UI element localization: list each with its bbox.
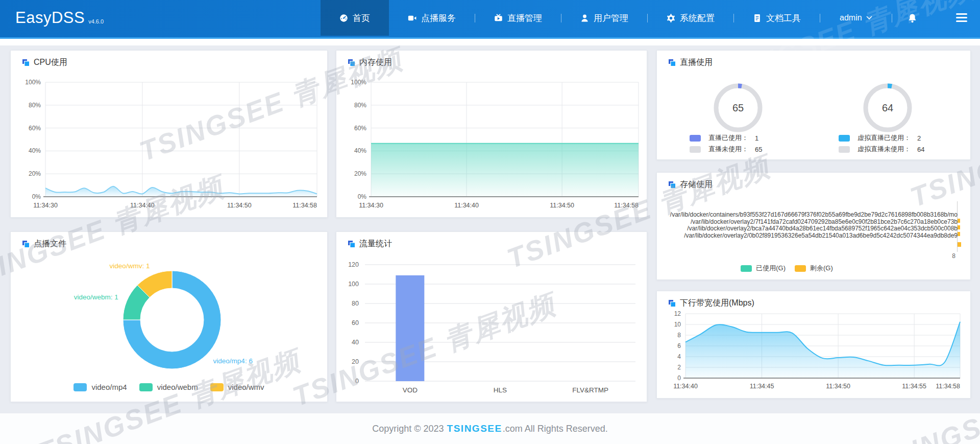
memory-chart-svg: 100%80%60%40%20%0%11:34:3011:34:4011:34:… — [336, 51, 648, 218]
hamburger-bar — [956, 20, 967, 22]
svg-text:100%: 100% — [351, 79, 366, 86]
legend-item[interactable]: 已使用(G) — [741, 264, 786, 273]
svg-text:100%: 100% — [25, 79, 41, 86]
svg-text:11:34:30: 11:34:30 — [359, 202, 383, 209]
svg-text:40%: 40% — [29, 147, 41, 154]
svg-text:video/mp4: 6: video/mp4: 6 — [213, 357, 253, 365]
legend-item: 直播已使用：1 — [690, 132, 762, 144]
storage-bar-stub — [958, 232, 960, 236]
legend-swatch — [690, 135, 701, 142]
panel-icon — [22, 240, 30, 248]
storage-bar-stub — [958, 242, 961, 247]
card-downlink-bandwidth: 下行带宽使用(Mbps) 12108642011:34:4011:34:4511… — [656, 291, 971, 399]
svg-text:80%: 80% — [354, 102, 366, 109]
legend-count: 64 — [917, 146, 924, 153]
legend-item[interactable]: video/mp4 — [74, 383, 127, 391]
storage-path: /var/lib/docker/overlay2/7f141fda72cafd0… — [670, 219, 958, 226]
storage-axis-tick: 8 — [952, 252, 955, 260]
user-dropdown[interactable]: admin — [820, 0, 892, 36]
svg-text:6: 6 — [677, 342, 681, 349]
gear-icon — [667, 14, 675, 22]
legend-label: 直播已使用： — [708, 133, 748, 143]
vod-files-donut-chart: video/mp4: 6video/webm: 1video/wmv: 1 — [11, 232, 327, 402]
legend-count: 65 — [755, 146, 762, 153]
svg-text:40%: 40% — [354, 147, 366, 154]
card-live-usage: 直播使用 6564直播已使用：1直播未使用：65虚拟直播已使用：2虚拟直播未使用… — [656, 50, 971, 160]
storage-bar-stub — [958, 219, 960, 223]
svg-text:20%: 20% — [354, 170, 366, 177]
video-camera-icon — [408, 14, 416, 22]
traffic-bar-chart: 120100806040200VODHLSFLV&RTMP — [336, 232, 647, 402]
nav-item-user-manage[interactable]: 用户管理 — [561, 0, 647, 36]
svg-text:0%: 0% — [32, 193, 41, 200]
hamburger-bar — [956, 13, 967, 15]
legend-item[interactable]: video/wmv — [210, 383, 264, 391]
footer: Copyright © 2023 TSINGSEE .com All Right… — [0, 413, 980, 444]
nav-item-doc-tools[interactable]: 文档工具 — [734, 0, 820, 36]
card-title: 内存使用 — [348, 57, 392, 68]
legend-item[interactable]: 剩余(G) — [795, 264, 833, 273]
legend-label: video/webm — [157, 383, 198, 391]
app-logo[interactable]: EasyDSS — [15, 9, 85, 27]
app-version: v4.6.0 — [88, 18, 104, 25]
nav-item-label: 首页 — [353, 12, 370, 24]
tsingsee-logo: TSINGSEE — [447, 423, 502, 434]
document-icon — [753, 14, 762, 22]
main-menu: 首页 点播服务 直播管理 用户管理 系统配置 — [321, 0, 933, 36]
svg-text:4: 4 — [677, 353, 681, 360]
card-vod-files: 点播文件 video/mp4: 6video/webm: 1video/wmv:… — [10, 231, 328, 402]
storage-bar-stub — [958, 225, 960, 229]
svg-text:8: 8 — [677, 332, 681, 339]
card-title: 直播使用 — [668, 57, 713, 68]
legend-label: 虚拟直播未使用： — [857, 145, 911, 154]
legend-label: 剩余(G) — [810, 264, 833, 273]
storage-path: /var/lib/docker/overlay2/0b02f8919536326… — [670, 232, 958, 240]
svg-text:video/webm: 1: video/webm: 1 — [74, 293, 118, 301]
notifications-button[interactable] — [892, 0, 933, 36]
legend-swatch — [690, 146, 701, 153]
legend-swatch — [210, 383, 224, 391]
legend-label: 已使用(G) — [756, 264, 786, 273]
gauge-legend-column: 直播已使用：1直播未使用：65 — [690, 132, 762, 155]
card-storage-usage: 存储使用 /var/lib/docker/containers/b93f553f… — [656, 172, 971, 280]
card-title: 存储使用 — [668, 179, 713, 190]
legend-label: 虚拟直播已使用： — [857, 133, 911, 143]
user-icon — [580, 14, 589, 22]
nav-item-home[interactable]: 首页 — [321, 0, 389, 36]
live-tv-icon — [494, 14, 503, 22]
svg-text:20: 20 — [352, 358, 359, 365]
svg-text:11:34:50: 11:34:50 — [550, 202, 574, 209]
vod-chart-svg: video/mp4: 6video/webm: 1video/wmv: 1 — [11, 232, 328, 403]
legend-count: 1 — [755, 134, 758, 142]
storage-path-labels: /var/lib/docker/containers/b93f553f27d16… — [670, 212, 958, 239]
copyright-prefix: Copyright © 2023 — [372, 424, 444, 434]
card-title-text: 直播使用 — [680, 57, 713, 68]
nav-item-system-config[interactable]: 系统配置 — [648, 0, 733, 36]
storage-path: /var/lib/docker/containers/b93f553f27d16… — [670, 212, 958, 219]
svg-text:120: 120 — [348, 261, 359, 268]
chevron-down-icon — [866, 16, 872, 20]
svg-text:80: 80 — [352, 300, 359, 307]
card-traffic-stats: 流量统计 120100806040200VODHLSFLV&RTMP — [336, 231, 647, 402]
dashboard-icon — [339, 14, 348, 22]
panel-icon — [668, 59, 676, 66]
svg-text:64: 64 — [882, 102, 893, 113]
legend-count: 2 — [917, 134, 921, 142]
legend-swatch — [741, 265, 752, 272]
card-title-text: 内存使用 — [359, 57, 392, 68]
svg-text:0%: 0% — [358, 193, 367, 200]
hamburger-menu-button[interactable] — [956, 13, 967, 24]
nav-item-live-manage[interactable]: 直播管理 — [475, 0, 561, 36]
svg-text:FLV&RTMP: FLV&RTMP — [572, 386, 608, 394]
legend-item[interactable]: video/webm — [139, 383, 198, 391]
storage-path: /var/lib/docker/overlay2/bca7a44740bd4a2… — [670, 225, 958, 232]
navbar: EasyDSS v4.6.0 首页 点播服务 直播管理 用 — [0, 0, 980, 39]
legend-item: 直播未使用：65 — [690, 144, 762, 155]
panel-icon — [22, 59, 30, 66]
nav-item-vod-service[interactable]: 点播服务 — [389, 0, 475, 36]
svg-text:0: 0 — [677, 375, 681, 382]
svg-text:11:34:58: 11:34:58 — [614, 202, 639, 209]
svg-text:10: 10 — [674, 321, 681, 328]
svg-text:40: 40 — [352, 339, 359, 346]
svg-text:11:34:40: 11:34:40 — [130, 202, 155, 209]
